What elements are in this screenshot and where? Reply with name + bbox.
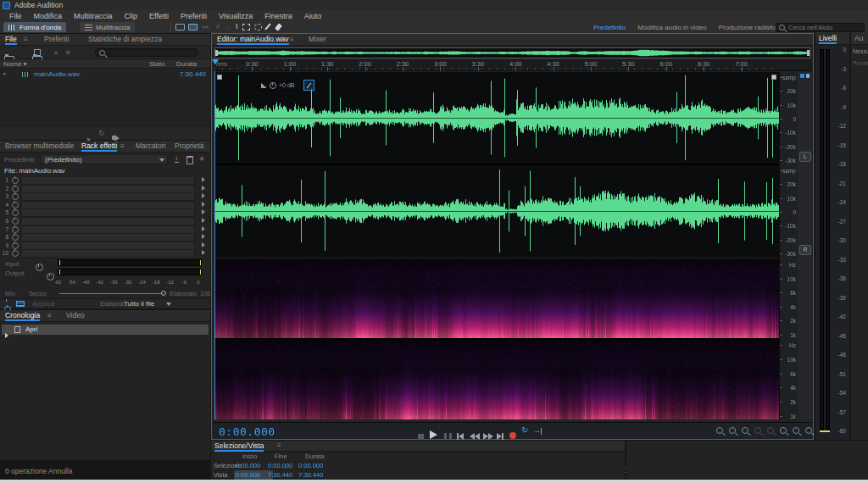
slot-power-icon[interactable] bbox=[12, 234, 19, 241]
channel-corner-icon-right[interactable] bbox=[771, 75, 776, 80]
playhead-line[interactable] bbox=[214, 71, 215, 419]
tab-proprieta[interactable]: Proprietà bbox=[175, 141, 204, 151]
slot-power-icon[interactable] bbox=[12, 186, 19, 192]
slot-power-icon[interactable] bbox=[12, 202, 19, 208]
effect-slot-9[interactable]: 9 bbox=[0, 242, 210, 249]
zoom-in-full-icon[interactable] bbox=[716, 427, 723, 434]
tab-statistiche-di-ampiezza[interactable]: Statistiche di ampiezza bbox=[88, 34, 162, 44]
effect-slot-3[interactable]: 3 bbox=[0, 192, 210, 200]
slot-power-icon[interactable] bbox=[12, 226, 19, 233]
channel-corner-icon[interactable] bbox=[217, 75, 222, 80]
monitor-a-icon[interactable] bbox=[175, 24, 185, 31]
workspace-tab-1[interactable]: Modifica audio in video bbox=[637, 24, 706, 31]
paintbrush-tool-icon[interactable] bbox=[264, 23, 270, 30]
zoom-in-h-icon[interactable] bbox=[780, 427, 787, 434]
slot-power-icon[interactable] bbox=[12, 250, 19, 257]
process-dropdown[interactable]: Tutto il file bbox=[124, 300, 154, 308]
selection-value[interactable]: 0:00.000 bbox=[297, 461, 336, 470]
menu-effetti[interactable]: Effetti bbox=[143, 12, 175, 20]
slot-arrow-icon[interactable] bbox=[202, 193, 205, 198]
slot-arrow-icon[interactable] bbox=[202, 202, 205, 207]
spectral-right-channel[interactable] bbox=[214, 340, 779, 419]
zoom-selection-icon[interactable] bbox=[742, 427, 748, 434]
slot-arrow-icon[interactable] bbox=[202, 218, 205, 223]
slot-arrow-icon[interactable] bbox=[202, 186, 205, 191]
waveform-right-channel[interactable] bbox=[214, 165, 779, 257]
slot-arrow-icon[interactable] bbox=[202, 226, 205, 231]
marquee-selection-tool-icon[interactable] bbox=[242, 24, 250, 31]
effect-slot-1[interactable]: 1 bbox=[0, 176, 210, 184]
tab-file[interactable]: File bbox=[5, 34, 17, 44]
menu-multitraccia[interactable]: Multitraccia bbox=[68, 12, 119, 20]
column-nome[interactable]: Nome ▾ bbox=[3, 60, 27, 68]
mix-slider-track[interactable] bbox=[59, 293, 166, 294]
delete-file-icon[interactable]: ■ bbox=[66, 48, 70, 56]
overview-left-handle[interactable] bbox=[215, 50, 218, 56]
slot-power-icon[interactable] bbox=[12, 177, 19, 184]
spectral-left-channel[interactable] bbox=[214, 259, 779, 338]
tab-editor-mainaudio[interactable]: Editor: mainAudio.wav bbox=[217, 34, 289, 44]
monitor-b-icon[interactable] bbox=[188, 24, 198, 31]
waveform-view-button[interactable]: Forma d'onda bbox=[3, 22, 66, 32]
slot-insert-box[interactable] bbox=[21, 249, 195, 258]
zoom-sel-out-icon[interactable] bbox=[767, 427, 774, 434]
slot-arrow-icon[interactable] bbox=[202, 242, 205, 247]
left-channel-badge[interactable]: L bbox=[799, 152, 811, 162]
effect-slot-5[interactable]: 5 bbox=[0, 208, 210, 216]
panel-menu-icon[interactable]: ≡ bbox=[290, 36, 294, 43]
effect-slot-10[interactable]: 10 bbox=[0, 249, 210, 257]
help-search-input[interactable] bbox=[788, 24, 860, 31]
tab-cutoff[interactable]: Au bbox=[854, 33, 863, 43]
preset-dropdown[interactable]: (Predefinito) bbox=[41, 154, 168, 164]
slot-insert-box[interactable] bbox=[21, 185, 195, 193]
zoom-sel-in-icon[interactable] bbox=[754, 427, 761, 434]
graphs-toggle-icon[interactable] bbox=[16, 301, 25, 307]
effect-slot-7[interactable]: 7 bbox=[0, 225, 210, 233]
menu-aiuto[interactable]: Aiuto bbox=[298, 12, 328, 20]
skip-selection-button[interactable]: → bbox=[533, 426, 542, 435]
hud-pin-button[interactable] bbox=[303, 80, 314, 91]
slot-arrow-icon[interactable] bbox=[202, 177, 205, 182]
menu-file[interactable]: File bbox=[3, 12, 28, 20]
timeline-ruler[interactable]: hms 0:301:001:302:002:303:003:304:004:30… bbox=[214, 59, 812, 71]
slot-arrow-icon[interactable] bbox=[202, 209, 205, 214]
time-display[interactable]: 0:00.000 bbox=[219, 425, 275, 438]
slot-insert-box[interactable] bbox=[21, 217, 195, 225]
selection-value[interactable]: 7:30.440 bbox=[297, 470, 336, 480]
files-search-box[interactable] bbox=[95, 48, 198, 57]
tab-livelli[interactable]: Livelli bbox=[819, 33, 837, 43]
menu-finestra[interactable]: Finestra bbox=[259, 12, 298, 20]
slip-tool-icon[interactable]: ↔ bbox=[224, 23, 231, 31]
tab-selezione-vista[interactable]: Selezione/Vista bbox=[214, 441, 264, 451]
zoom-out-h-icon[interactable] bbox=[793, 427, 799, 434]
tab-marcatori[interactable]: Marcatori bbox=[136, 141, 165, 151]
lasso-selection-tool-icon[interactable] bbox=[254, 24, 262, 31]
slot-insert-box[interactable] bbox=[21, 242, 195, 250]
effect-slot-6[interactable]: 6 bbox=[0, 217, 210, 225]
help-search-box[interactable] bbox=[776, 23, 865, 32]
workspace-tab-0[interactable]: Predefinito bbox=[593, 24, 626, 31]
time-selection-tool-icon[interactable]: I bbox=[236, 22, 238, 31]
loop-preview-icon[interactable]: ↻ bbox=[98, 129, 105, 137]
eraser-tool-icon[interactable] bbox=[275, 23, 282, 31]
slot-arrow-icon[interactable] bbox=[202, 234, 205, 239]
slot-power-icon[interactable] bbox=[12, 193, 19, 200]
scroll-top-icon2[interactable] bbox=[806, 74, 810, 78]
effect-slot-2[interactable]: 2 bbox=[0, 185, 210, 192]
insert-multitrack-icon[interactable]: ▲ bbox=[53, 48, 59, 56]
tab-cronologia[interactable]: Cronologia bbox=[5, 310, 40, 320]
column-durata[interactable]: Durata bbox=[176, 60, 197, 68]
menu-modifica[interactable]: Modifica bbox=[28, 12, 69, 20]
slot-power-icon[interactable] bbox=[12, 209, 19, 216]
menu-visualizza[interactable]: Visualizza bbox=[213, 12, 259, 20]
panel-menu-icon[interactable]: ≡ bbox=[120, 142, 125, 150]
tab-rack-effetti[interactable]: Rack effetti bbox=[81, 141, 117, 151]
column-stato[interactable]: Stato bbox=[149, 60, 165, 68]
loop-playback-button[interactable]: ↻ bbox=[521, 425, 528, 435]
slot-insert-box[interactable] bbox=[21, 201, 195, 209]
input-knob-icon[interactable] bbox=[36, 264, 43, 271]
tab-preferiti[interactable]: Preferiti bbox=[44, 34, 69, 44]
panel-menu-icon[interactable]: ≡ bbox=[24, 36, 28, 43]
slot-insert-box[interactable] bbox=[21, 233, 195, 242]
new-file-icon[interactable] bbox=[34, 49, 41, 56]
